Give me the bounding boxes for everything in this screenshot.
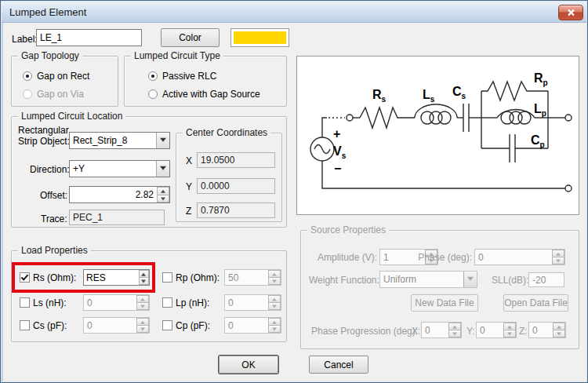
spinner-buttons [553, 323, 565, 337]
rs-value-input[interactable] [84, 270, 139, 285]
phase-progression-label: Phase Progression (deg): [311, 326, 418, 337]
ok-button[interactable]: OK [219, 356, 278, 374]
offset-label: Offset: [40, 190, 67, 201]
group-source-properties: Source Properties Amplitude (V): 1 Phase… [300, 230, 579, 349]
spin-down-icon[interactable] [139, 277, 149, 285]
phase-spinner: 0 [474, 249, 565, 265]
checkbox-lp[interactable] [162, 297, 172, 308]
spinner-buttons [268, 318, 281, 333]
cancel-button[interactable]: Cancel [309, 356, 368, 374]
phase-value: 0 [475, 250, 552, 264]
circuit-label-vs: Vs [333, 144, 347, 160]
radio-gap-on-via [23, 89, 32, 99]
offset-value: 2.82 [70, 187, 157, 202]
checkbox-cp-label[interactable]: Cp (pF): [176, 320, 210, 331]
direction-select[interactable]: +Y [69, 160, 170, 177]
title-bar: Lumped Element [2, 2, 586, 23]
spinner-buttons [552, 250, 564, 264]
group-circuit-location: Lumped Circuit Location Rectangular Stri… [11, 116, 287, 228]
spin-down-icon [268, 277, 281, 285]
spin-up-icon [503, 323, 516, 330]
circuit-label-cp: Cp [531, 133, 545, 149]
spinner-buttons [503, 323, 516, 337]
group-title-circuit-type: Lumped Circuit Type [131, 50, 223, 61]
direction-value: +Y [70, 161, 156, 177]
checkbox-ls-label[interactable]: Ls (nH): [33, 297, 67, 308]
new-data-file-button: New Data File [411, 294, 478, 312]
group-title-load-properties: Load Properties [18, 245, 91, 256]
chevron-down-icon [463, 272, 477, 287]
checkbox-cs[interactable] [20, 320, 30, 330]
rs-spinner[interactable] [83, 269, 150, 286]
coord-y-field: 0.0000 [197, 178, 275, 194]
checkbox-ls[interactable] [20, 297, 30, 308]
spinner-buttons [448, 323, 461, 337]
spinner-buttons [139, 270, 149, 285]
checkbox-rs-label[interactable]: Rs (Ohm): [33, 272, 76, 283]
resistor-rs-icon [360, 108, 415, 128]
capacitor-cp-icon [510, 134, 515, 162]
radio-active-gap-source-label[interactable]: Active with Gap Source [162, 89, 260, 100]
close-button[interactable] [558, 5, 583, 20]
spin-down-icon [136, 302, 149, 310]
weight-function-value: Uniform [380, 272, 463, 287]
spin-up-icon [552, 250, 564, 257]
radio-passive-rlc-label[interactable]: Passive RLC [162, 71, 216, 82]
checkbox-rp-label[interactable]: Rp (Ohm): [176, 272, 220, 283]
circuit-minus-sign: − [334, 162, 341, 175]
label-input[interactable] [40, 32, 138, 43]
dialog-lumped-element: Lumped Element Label: Color Gap Topology… [0, 0, 588, 383]
checkbox-rs[interactable] [20, 272, 30, 283]
checkbox-lp-label[interactable]: Lp (nH): [176, 297, 209, 308]
strip-object-select[interactable]: Rect_Strip_8 [69, 132, 170, 149]
direction-label: Direction: [30, 164, 70, 175]
chevron-down-icon[interactable] [156, 133, 169, 148]
spin-down-icon[interactable] [157, 195, 169, 203]
radio-gap-on-rect-label[interactable]: Gap on Rect [37, 71, 89, 82]
circuit-label-rp: Rp [534, 71, 548, 87]
spin-up-icon [136, 295, 149, 302]
coord-y-label: Y [186, 181, 192, 192]
window-title: Lumped Element [9, 6, 86, 18]
color-button[interactable]: Color [161, 28, 220, 47]
spin-up-icon [268, 318, 281, 325]
radio-passive-rlc[interactable] [148, 71, 158, 81]
lp-value: 0 [225, 295, 268, 310]
checkbox-cs-label[interactable]: Cs (pF): [33, 320, 67, 331]
weight-function-label: Weight Function: [309, 275, 377, 286]
cs-spinner: 0 [83, 317, 150, 334]
spinner-buttons [136, 295, 149, 310]
group-title-circuit-location: Lumped Circuit Location [18, 111, 125, 122]
spin-down-icon [552, 257, 564, 264]
spin-up-icon[interactable] [139, 270, 149, 277]
checkbox-cp[interactable] [162, 320, 172, 330]
circuit-label-ls: Ls [423, 88, 435, 104]
radio-active-gap-source[interactable] [148, 89, 158, 99]
circuit-label-cs: Cs [452, 85, 466, 100]
checkbox-rp[interactable] [162, 272, 172, 283]
radio-gap-on-rect[interactable] [23, 71, 32, 81]
color-swatch-fill [234, 31, 286, 44]
phase-prog-y-spinner: 0 [476, 322, 517, 338]
spin-up-icon [268, 295, 281, 302]
spin-up-icon [448, 323, 461, 330]
label-field[interactable] [36, 29, 142, 46]
circuit-label-rs: Rs [372, 88, 387, 104]
spin-up-icon[interactable] [157, 187, 169, 195]
chevron-down-icon[interactable] [156, 161, 169, 177]
ls-spinner: 0 [83, 294, 150, 311]
label-caption: Label: [12, 34, 38, 45]
spinner-buttons [136, 318, 149, 333]
offset-spinner[interactable]: 2.82 [69, 186, 170, 203]
group-title-center-coordinates: Center Coordinates [183, 127, 270, 138]
circuit-panel: Rs Ls Cs Rp Lp Cp + Vs − [296, 56, 579, 215]
strip-object-label-line2: Strip Object: [18, 136, 70, 147]
spinner-buttons [157, 187, 169, 202]
sll-field: -20 [528, 272, 564, 287]
phase-label: Phase (deg): [417, 252, 472, 263]
coord-z-label: Z [186, 206, 191, 217]
trace-label: Trace: [41, 213, 67, 224]
group-circuit-type: Lumped Circuit Type Passive RLC Active w… [124, 56, 287, 107]
phase-prog-y-label: Y: [466, 326, 475, 337]
output-terminal-bottom-icon [565, 185, 572, 192]
